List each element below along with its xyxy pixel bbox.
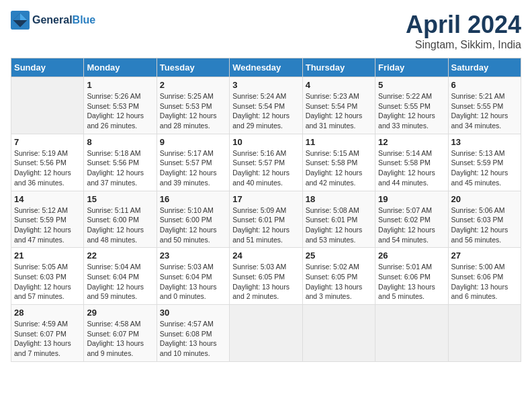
calendar-header: SundayMondayTuesdayWednesdayThursdayFrid…	[11, 58, 521, 77]
day-number: 14	[14, 194, 81, 204]
subtitle: Singtam, Sikkim, India	[406, 39, 521, 51]
calendar-body: 1Sunrise: 5:26 AM Sunset: 5:53 PM Daylig…	[11, 77, 521, 362]
header-friday: Friday	[375, 58, 448, 77]
day-cell: 15Sunrise: 5:11 AM Sunset: 6:00 PM Dayli…	[84, 191, 157, 248]
day-info: Sunrise: 4:57 AM Sunset: 6:08 PM Dayligh…	[160, 319, 226, 359]
logo: GeneralBlue	[11, 11, 95, 30]
day-info: Sunrise: 5:13 AM Sunset: 5:59 PM Dayligh…	[451, 148, 518, 188]
day-number: 24	[232, 250, 299, 261]
day-number: 22	[87, 250, 153, 261]
day-number: 10	[232, 137, 299, 147]
day-info: Sunrise: 4:59 AM Sunset: 6:07 PM Dayligh…	[14, 319, 81, 359]
day-cell: 20Sunrise: 5:06 AM Sunset: 6:03 PM Dayli…	[448, 191, 521, 248]
day-info: Sunrise: 5:11 AM Sunset: 6:00 PM Dayligh…	[87, 205, 153, 245]
day-cell: 16Sunrise: 5:10 AM Sunset: 6:00 PM Dayli…	[157, 191, 229, 248]
day-info: Sunrise: 5:08 AM Sunset: 6:01 PM Dayligh…	[306, 205, 372, 245]
calendar-table: SundayMondayTuesdayWednesdayThursdayFrid…	[11, 58, 521, 362]
day-cell: 2Sunrise: 5:25 AM Sunset: 5:53 PM Daylig…	[157, 77, 229, 134]
day-info: Sunrise: 5:22 AM Sunset: 5:55 PM Dayligh…	[378, 91, 445, 131]
day-number: 3	[232, 80, 299, 90]
day-number: 19	[378, 194, 445, 204]
week-row-5: 28Sunrise: 4:59 AM Sunset: 6:07 PM Dayli…	[11, 305, 521, 362]
header-thursday: Thursday	[302, 58, 375, 77]
day-cell: 21Sunrise: 5:05 AM Sunset: 6:03 PM Dayli…	[11, 248, 84, 305]
day-cell: 13Sunrise: 5:13 AM Sunset: 5:59 PM Dayli…	[448, 134, 521, 191]
day-number: 18	[306, 194, 372, 204]
day-cell: 7Sunrise: 5:19 AM Sunset: 5:56 PM Daylig…	[11, 134, 84, 191]
day-info: Sunrise: 5:24 AM Sunset: 5:54 PM Dayligh…	[232, 91, 299, 131]
day-cell: 23Sunrise: 5:03 AM Sunset: 6:04 PM Dayli…	[157, 248, 229, 305]
day-number: 15	[87, 194, 153, 204]
day-cell: 6Sunrise: 5:21 AM Sunset: 5:55 PM Daylig…	[448, 77, 521, 134]
header-sunday: Sunday	[11, 58, 84, 77]
header: GeneralBlue April 2024 Singtam, Sikkim, …	[11, 11, 521, 51]
day-number: 23	[160, 250, 226, 261]
day-number: 16	[160, 194, 226, 204]
day-cell: 8Sunrise: 5:18 AM Sunset: 5:56 PM Daylig…	[84, 134, 157, 191]
day-info: Sunrise: 5:26 AM Sunset: 5:53 PM Dayligh…	[87, 91, 153, 131]
header-monday: Monday	[84, 58, 157, 77]
day-info: Sunrise: 5:23 AM Sunset: 5:54 PM Dayligh…	[306, 91, 372, 131]
day-info: Sunrise: 5:09 AM Sunset: 6:01 PM Dayligh…	[232, 205, 299, 245]
day-info: Sunrise: 5:10 AM Sunset: 6:00 PM Dayligh…	[160, 205, 226, 245]
title-area: April 2024 Singtam, Sikkim, India	[406, 11, 521, 51]
day-number: 30	[160, 308, 226, 318]
header-row: SundayMondayTuesdayWednesdayThursdayFrid…	[11, 58, 521, 77]
day-cell: 30Sunrise: 4:57 AM Sunset: 6:08 PM Dayli…	[157, 305, 229, 362]
day-number: 6	[451, 80, 518, 90]
day-cell: 29Sunrise: 4:58 AM Sunset: 6:07 PM Dayli…	[84, 305, 157, 362]
day-cell: 18Sunrise: 5:08 AM Sunset: 6:01 PM Dayli…	[302, 191, 375, 248]
day-number: 21	[14, 250, 81, 261]
logo-text: GeneralBlue	[32, 14, 95, 26]
logo-icon	[11, 11, 30, 30]
day-cell: 27Sunrise: 5:00 AM Sunset: 6:06 PM Dayli…	[448, 248, 521, 305]
day-info: Sunrise: 5:18 AM Sunset: 5:56 PM Dayligh…	[87, 148, 153, 188]
day-info: Sunrise: 5:02 AM Sunset: 6:05 PM Dayligh…	[306, 262, 372, 302]
day-number: 25	[306, 250, 372, 261]
day-number: 11	[306, 137, 372, 147]
day-number: 4	[306, 80, 372, 90]
day-cell: 19Sunrise: 5:07 AM Sunset: 6:02 PM Dayli…	[375, 191, 448, 248]
day-cell: 24Sunrise: 5:03 AM Sunset: 6:05 PM Dayli…	[230, 248, 302, 305]
day-info: Sunrise: 5:16 AM Sunset: 5:57 PM Dayligh…	[232, 148, 299, 188]
week-row-3: 14Sunrise: 5:12 AM Sunset: 5:59 PM Dayli…	[11, 191, 521, 248]
header-wednesday: Wednesday	[230, 58, 302, 77]
day-info: Sunrise: 5:05 AM Sunset: 6:03 PM Dayligh…	[14, 262, 81, 302]
day-cell: 4Sunrise: 5:23 AM Sunset: 5:54 PM Daylig…	[302, 77, 375, 134]
day-info: Sunrise: 5:14 AM Sunset: 5:58 PM Dayligh…	[378, 148, 445, 188]
day-info: Sunrise: 5:03 AM Sunset: 6:04 PM Dayligh…	[160, 262, 226, 302]
day-cell: 17Sunrise: 5:09 AM Sunset: 6:01 PM Dayli…	[230, 191, 302, 248]
day-number: 26	[378, 250, 445, 261]
day-cell: 10Sunrise: 5:16 AM Sunset: 5:57 PM Dayli…	[230, 134, 302, 191]
day-cell	[230, 305, 302, 362]
header-saturday: Saturday	[448, 58, 521, 77]
day-cell: 14Sunrise: 5:12 AM Sunset: 5:59 PM Dayli…	[11, 191, 84, 248]
day-info: Sunrise: 5:07 AM Sunset: 6:02 PM Dayligh…	[378, 205, 445, 245]
day-cell	[448, 305, 521, 362]
day-cell: 25Sunrise: 5:02 AM Sunset: 6:05 PM Dayli…	[302, 248, 375, 305]
day-cell: 5Sunrise: 5:22 AM Sunset: 5:55 PM Daylig…	[375, 77, 448, 134]
week-row-4: 21Sunrise: 5:05 AM Sunset: 6:03 PM Dayli…	[11, 248, 521, 305]
day-number: 13	[451, 137, 518, 147]
day-cell: 22Sunrise: 5:04 AM Sunset: 6:04 PM Dayli…	[84, 248, 157, 305]
day-cell	[302, 305, 375, 362]
day-number: 27	[451, 250, 518, 261]
day-cell	[11, 77, 84, 134]
day-cell: 26Sunrise: 5:01 AM Sunset: 6:06 PM Dayli…	[375, 248, 448, 305]
day-info: Sunrise: 5:12 AM Sunset: 5:59 PM Dayligh…	[14, 205, 81, 245]
day-number: 29	[87, 308, 153, 318]
day-info: Sunrise: 5:25 AM Sunset: 5:53 PM Dayligh…	[160, 91, 226, 131]
day-number: 2	[160, 80, 226, 90]
day-number: 5	[378, 80, 445, 90]
day-info: Sunrise: 5:04 AM Sunset: 6:04 PM Dayligh…	[87, 262, 153, 302]
day-info: Sunrise: 5:00 AM Sunset: 6:06 PM Dayligh…	[451, 262, 518, 302]
day-cell: 9Sunrise: 5:17 AM Sunset: 5:57 PM Daylig…	[157, 134, 229, 191]
day-number: 28	[14, 308, 81, 318]
day-info: Sunrise: 5:15 AM Sunset: 5:58 PM Dayligh…	[306, 148, 372, 188]
day-info: Sunrise: 5:17 AM Sunset: 5:57 PM Dayligh…	[160, 148, 226, 188]
day-info: Sunrise: 5:19 AM Sunset: 5:56 PM Dayligh…	[14, 148, 81, 188]
day-cell: 3Sunrise: 5:24 AM Sunset: 5:54 PM Daylig…	[230, 77, 302, 134]
day-number: 12	[378, 137, 445, 147]
day-info: Sunrise: 4:58 AM Sunset: 6:07 PM Dayligh…	[87, 319, 153, 359]
week-row-1: 1Sunrise: 5:26 AM Sunset: 5:53 PM Daylig…	[11, 77, 521, 134]
